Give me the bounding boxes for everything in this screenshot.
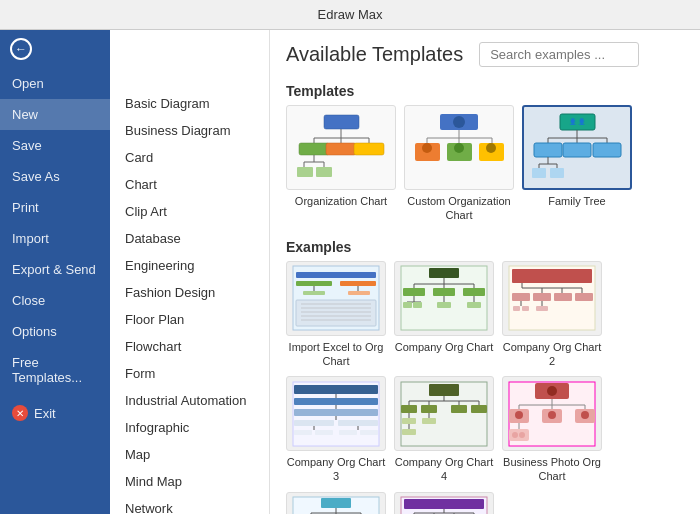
svg-rect-108 bbox=[429, 384, 459, 396]
content-panel: Available Templates Templates bbox=[270, 30, 700, 514]
svg-rect-103 bbox=[315, 430, 333, 435]
svg-rect-47 bbox=[340, 281, 376, 286]
example-business-photo-org[interactable]: Business Photo Org Chart bbox=[502, 376, 602, 484]
svg-rect-117 bbox=[451, 405, 467, 413]
svg-rect-116 bbox=[421, 405, 437, 413]
category-fashion-design[interactable]: Fashion Design bbox=[110, 279, 269, 306]
example-thumb-business-photo bbox=[502, 376, 602, 451]
svg-point-134 bbox=[515, 411, 523, 419]
category-mind-map[interactable]: Mind Map bbox=[110, 468, 269, 495]
svg-rect-73 bbox=[437, 302, 451, 308]
examples-section-title: Examples bbox=[270, 231, 700, 261]
example-company-org-chart[interactable]: Company Org Chart bbox=[394, 261, 494, 369]
svg-rect-7 bbox=[326, 143, 356, 155]
svg-rect-46 bbox=[296, 281, 332, 286]
svg-rect-102 bbox=[294, 430, 312, 435]
svg-rect-106 bbox=[360, 430, 378, 435]
app-title: Edraw Max bbox=[317, 7, 382, 22]
example-service-enterprise[interactable]: Service Enterprise Org Chart bbox=[394, 492, 494, 514]
svg-point-142 bbox=[519, 432, 525, 438]
svg-point-138 bbox=[581, 411, 589, 419]
sidebar-item-save-as[interactable]: Save As bbox=[0, 161, 110, 192]
svg-rect-37 bbox=[593, 143, 621, 157]
svg-rect-83 bbox=[512, 293, 530, 301]
svg-rect-6 bbox=[299, 143, 329, 155]
svg-point-136 bbox=[548, 411, 556, 419]
sidebar-item-print[interactable]: Print bbox=[0, 192, 110, 223]
exit-label: Exit bbox=[34, 406, 56, 421]
back-button[interactable]: ← bbox=[0, 30, 110, 68]
svg-point-141 bbox=[512, 432, 518, 438]
svg-rect-99 bbox=[294, 420, 334, 426]
templates-section-title: Templates bbox=[270, 75, 700, 105]
example-thumb-company-org-4 bbox=[394, 376, 494, 451]
svg-rect-50 bbox=[303, 291, 325, 295]
example-company-org-chart-4[interactable]: Company Org Chart 4 bbox=[394, 376, 494, 484]
template-label-family-tree: Family Tree bbox=[522, 194, 632, 208]
svg-rect-91 bbox=[536, 306, 548, 311]
example-label-business-photo: Business Photo Org Chart bbox=[502, 455, 602, 484]
svg-rect-70 bbox=[403, 302, 412, 308]
category-form[interactable]: Form bbox=[110, 360, 269, 387]
sidebar-item-exit[interactable]: ✕ Exit bbox=[0, 397, 110, 429]
example-thumb-company-org bbox=[394, 261, 494, 336]
template-thumb-custom-org-chart bbox=[404, 105, 514, 190]
svg-rect-95 bbox=[294, 398, 378, 405]
category-infographic[interactable]: Infographic bbox=[110, 414, 269, 441]
sidebar-item-close[interactable]: Close bbox=[0, 285, 110, 316]
content-header: Available Templates bbox=[270, 30, 700, 75]
category-floor-plan[interactable]: Floor Plan bbox=[110, 306, 269, 333]
svg-rect-170 bbox=[404, 499, 484, 509]
category-business-diagram[interactable]: Business Diagram bbox=[110, 117, 269, 144]
category-industrial-automation[interactable]: Industrial Automation bbox=[110, 387, 269, 414]
category-engineering[interactable]: Engineering bbox=[110, 252, 269, 279]
example-label-company-org: Company Org Chart bbox=[394, 340, 494, 354]
svg-rect-0 bbox=[324, 115, 359, 129]
svg-rect-118 bbox=[471, 405, 487, 413]
category-map[interactable]: Map bbox=[110, 441, 269, 468]
svg-rect-77 bbox=[512, 269, 592, 283]
sidebar-item-options[interactable]: Options bbox=[0, 316, 110, 347]
svg-rect-86 bbox=[575, 293, 593, 301]
svg-rect-105 bbox=[339, 430, 357, 435]
category-flowchart[interactable]: Flowchart bbox=[110, 333, 269, 360]
example-thumb-company-org-2 bbox=[502, 261, 602, 336]
svg-rect-100 bbox=[338, 420, 378, 426]
svg-rect-120 bbox=[402, 418, 416, 424]
category-clip-art[interactable]: Clip Art bbox=[110, 198, 269, 225]
example-import-excel-org[interactable]: Import Excel to Org Chart bbox=[286, 261, 386, 369]
category-database[interactable]: Database bbox=[110, 225, 269, 252]
examples-grid: Import Excel to Org Chart bbox=[270, 261, 700, 514]
category-network[interactable]: Network bbox=[110, 495, 269, 514]
template-family-tree[interactable]: 👤 👤 bbox=[522, 105, 632, 223]
category-basic-diagram[interactable]: Basic Diagram bbox=[110, 90, 269, 117]
sidebar-item-open[interactable]: Open bbox=[0, 68, 110, 99]
svg-rect-88 bbox=[513, 306, 520, 311]
sidebar-item-save[interactable]: Save bbox=[0, 130, 110, 161]
svg-rect-93 bbox=[294, 385, 378, 394]
example-hierarchical-org[interactable]: Hierarchical Org Chart bbox=[286, 492, 386, 514]
example-label-import-excel: Import Excel to Org Chart bbox=[286, 340, 386, 369]
search-input[interactable] bbox=[479, 42, 639, 67]
svg-rect-59 bbox=[429, 268, 459, 278]
svg-point-16 bbox=[453, 116, 465, 128]
svg-rect-65 bbox=[403, 288, 425, 296]
example-thumb-service-enterprise bbox=[394, 492, 494, 514]
category-chart[interactable]: Chart bbox=[110, 171, 269, 198]
svg-rect-75 bbox=[467, 302, 481, 308]
category-card[interactable]: Card bbox=[110, 144, 269, 171]
svg-rect-122 bbox=[402, 429, 416, 435]
svg-rect-42 bbox=[532, 168, 546, 178]
sidebar-item-import[interactable]: Import bbox=[0, 223, 110, 254]
template-custom-org-chart[interactable]: Custom Organization Chart bbox=[404, 105, 514, 223]
sidebar-item-new[interactable]: New bbox=[0, 99, 110, 130]
sidebar-item-free-templates[interactable]: Free Templates... bbox=[0, 347, 110, 393]
example-company-org-chart-2[interactable]: Company Org Chart 2 bbox=[502, 261, 602, 369]
template-org-chart[interactable]: Organization Chart bbox=[286, 105, 396, 223]
template-thumb-org-chart bbox=[286, 105, 396, 190]
example-company-org-chart-3[interactable]: Company Org Chart 3 bbox=[286, 376, 386, 484]
svg-rect-45 bbox=[296, 272, 376, 278]
svg-rect-8 bbox=[354, 143, 384, 155]
sidebar-item-export[interactable]: Export & Send bbox=[0, 254, 110, 285]
category-panel: Basic Diagram Business Diagram Card Char… bbox=[110, 30, 270, 514]
